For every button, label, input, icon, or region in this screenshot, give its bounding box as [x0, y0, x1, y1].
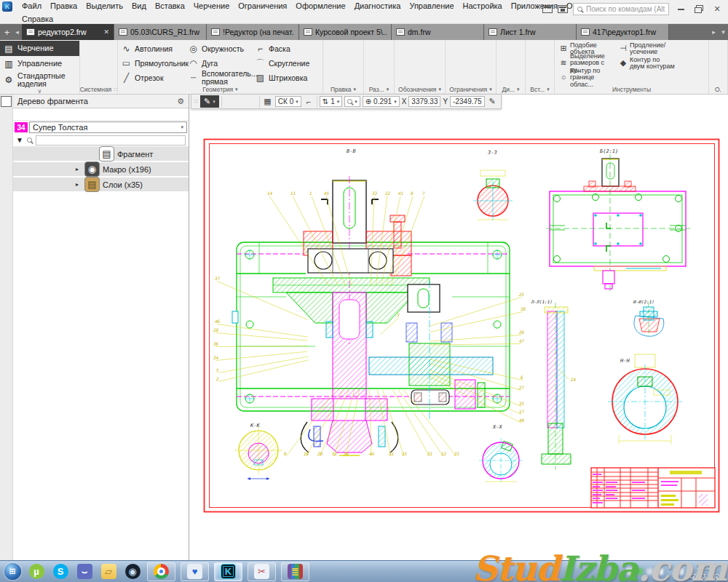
tab-reduktor-print[interactable]: !Редуктор (на печат... ✕: [207, 24, 299, 40]
concentric-constraint-icon[interactable]: [482, 56, 494, 71]
tab-kursovoy-proekt[interactable]: Курсовой проект 5\... ✕: [299, 24, 392, 40]
zoom-level-select[interactable]: ⊕ 0.291 ▾: [363, 96, 400, 107]
angle-constraint-icon[interactable]: [459, 56, 470, 71]
variables-panel-icon[interactable]: [1, 125, 12, 136]
insert-view-icon[interactable]: [527, 41, 539, 56]
section-label-pravka[interactable]: Правка▾: [323, 85, 363, 94]
extend-trim-tool[interactable]: ⊣ Продление/ усечение: [619, 41, 676, 56]
workspace-standart-izdeliya[interactable]: ⚙ Стандартные изделия: [0, 71, 79, 89]
coordinate-system-select[interactable]: СК 0 ▾: [275, 96, 301, 107]
section-label-instrumenty[interactable]: Инструменты: [555, 85, 708, 94]
window-cascade-icon[interactable]: [542, 5, 553, 13]
hatch-tool[interactable]: ▨ Штриховка: [253, 71, 320, 85]
construction-line-tool[interactable]: ┄ Вспомогатель... прямая: [186, 71, 253, 85]
undo-icon[interactable]: [82, 71, 93, 85]
section-label-oboznacheniya[interactable]: Обозначения▾: [395, 85, 445, 94]
taskbar-health-icon[interactable]: ♥: [181, 562, 209, 581]
diameter-mark-icon[interactable]: [419, 56, 431, 71]
menu-item[interactable]: Вид: [127, 1, 151, 11]
trim-icon[interactable]: [325, 71, 336, 85]
check-grid-icon[interactable]: [510, 56, 521, 71]
taskbar-explorer-icon[interactable]: ▱: [99, 562, 118, 581]
contour-two-tool[interactable]: ◆ Контур по двум контурам: [619, 56, 676, 71]
close-tab-icon[interactable]: ✕: [103, 28, 109, 36]
deform-icon[interactable]: [348, 56, 360, 71]
tree-node-layers[interactable]: ▸ ▤ Слои (x35): [13, 178, 189, 191]
close-button[interactable]: ✕: [711, 4, 724, 15]
aligned-dimension-icon[interactable]: [377, 71, 389, 85]
tab-scroll-left[interactable]: ◂: [12, 24, 22, 40]
menu-item[interactable]: Оформление: [291, 1, 349, 11]
x-coordinate-value[interactable]: 3379.33: [408, 96, 440, 107]
collapse-panel-chevron[interactable]: ∨: [0, 88, 79, 95]
print-icon[interactable]: [82, 56, 93, 71]
taskbar-skype-icon[interactable]: S: [51, 562, 70, 581]
menu-item[interactable]: Настройка: [459, 1, 507, 11]
taskbar-chrome-icon[interactable]: [147, 562, 175, 581]
sheet-corner-icon[interactable]: ⌐: [304, 97, 314, 106]
rotate-icon[interactable]: [336, 56, 348, 71]
collection-icon[interactable]: [711, 41, 722, 56]
copy-icon[interactable]: [336, 41, 348, 56]
table-icon[interactable]: [408, 71, 419, 85]
tab-list-button[interactable]: ▾: [719, 24, 728, 40]
workspace-cherchenie[interactable]: ▤ Черчение: [0, 41, 79, 56]
command-search-input[interactable]: Поиск по командам (Alt+/): [573, 3, 669, 15]
style-pencil-icon[interactable]: [711, 71, 722, 85]
menu-item[interactable]: Черчение: [189, 1, 234, 11]
edit-pencil-icon[interactable]: ✎: [487, 97, 498, 106]
info-icon[interactable]: [510, 71, 521, 85]
contour-boundary-tool[interactable]: ○ Контур по границе облас...: [559, 71, 616, 85]
diameter-dimension-icon[interactable]: [377, 56, 389, 71]
tree-node-macro[interactable]: ▸ ◉ Макро (x196): [13, 162, 189, 176]
save-as-icon[interactable]: [105, 56, 116, 71]
taskbar-snipping-icon[interactable]: ✂: [248, 562, 276, 581]
print-preview-icon[interactable]: [93, 56, 105, 71]
insert-picture-icon[interactable]: [527, 56, 539, 71]
redo-icon[interactable]: [93, 71, 105, 85]
save-icon[interactable]: [105, 41, 116, 56]
minimize-button[interactable]: [674, 4, 687, 15]
insert-layout-icon[interactable]: [539, 56, 550, 71]
workspace-upravlenie[interactable]: ▥ Управление: [0, 56, 79, 71]
text-leader-icon[interactable]: [408, 56, 419, 71]
scale-icon[interactable]: [325, 56, 336, 71]
menu-item[interactable]: Файл: [17, 1, 46, 11]
view-marker-icon[interactable]: [431, 41, 443, 56]
tab-reduktor2[interactable]: редуктор2.frw ✕: [22, 24, 114, 40]
restore-button[interactable]: [692, 4, 705, 15]
insert-link-icon[interactable]: [539, 71, 550, 85]
move-icon[interactable]: [325, 41, 336, 56]
angular-dimension-icon[interactable]: [365, 56, 377, 71]
tab-curs-r1[interactable]: 05.03\CURS_R1.frw ✕: [114, 24, 207, 40]
taskbar-winrar-icon[interactable]: ≣: [281, 562, 309, 581]
menu-item-spravka[interactable]: Справка: [17, 14, 58, 24]
line-style-selector[interactable]: 34 Супер Толстая ▾: [13, 121, 189, 134]
circle-tool[interactable]: ◎ Окружность: [186, 41, 253, 56]
center-mark-icon[interactable]: [431, 71, 443, 85]
leader-icon[interactable]: [419, 41, 431, 56]
collinear-constraint-icon[interactable]: [447, 56, 459, 71]
section-label-system[interactable]: Системная∷: [80, 85, 117, 94]
tab-list1[interactable]: Лист 1.frw ✕: [484, 24, 577, 40]
radial-dimension-icon[interactable]: [377, 41, 389, 56]
menu-item[interactable]: Выделить: [82, 1, 127, 11]
menu-item[interactable]: Диагностика: [350, 1, 405, 11]
menu-item[interactable]: Вставка: [151, 1, 189, 11]
rectangle-tool[interactable]: ▭ Прямоугольник: [119, 56, 186, 71]
block-constraint-icon[interactable]: [482, 71, 494, 85]
big-text-icon[interactable]: [396, 71, 408, 85]
formula-icon[interactable]: [419, 71, 431, 85]
parallel-constraint-icon[interactable]: [459, 41, 470, 56]
section-label-o[interactable]: О.: [709, 85, 727, 94]
mass-properties-icon[interactable]: [498, 71, 510, 85]
taskbar-steam-icon[interactable]: ◉: [123, 562, 142, 581]
menu-item[interactable]: Ограничения: [234, 1, 291, 11]
taskbar-kompas-button[interactable]: K: [214, 562, 242, 581]
horizontal-constraint-icon[interactable]: [470, 71, 482, 85]
parameters-panel-icon[interactable]: [1, 111, 12, 121]
tangent-constraint-icon[interactable]: [482, 41, 494, 56]
section-label-razmery[interactable]: Раз...▾: [364, 85, 394, 94]
segment-tool[interactable]: ╱ Отрезок: [119, 71, 186, 85]
window-layout-icon[interactable]: [558, 5, 568, 13]
